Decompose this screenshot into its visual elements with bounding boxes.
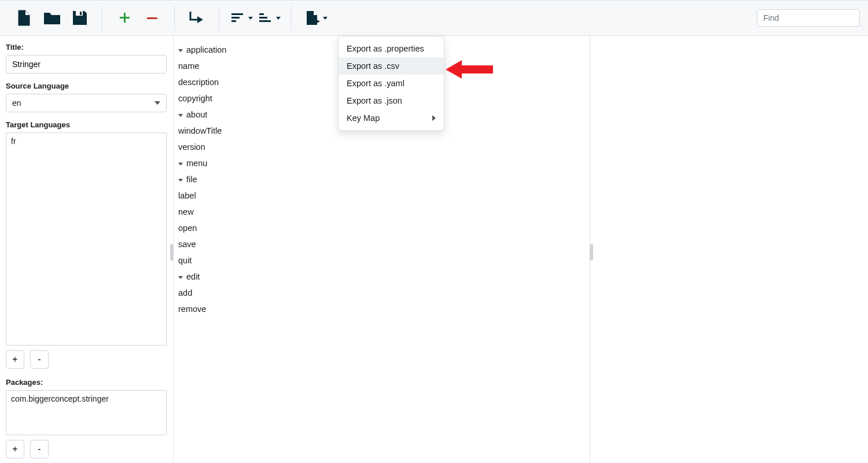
packages-listbox[interactable]: com.biggerconcept.stringer: [6, 390, 167, 435]
export-group: [295, 6, 337, 30]
svg-rect-2: [147, 17, 157, 19]
add-target-lang-button[interactable]: +: [6, 350, 24, 369]
caret-down-icon: [323, 17, 328, 20]
tree-item-label: quit: [178, 256, 192, 265]
dropdown-item-label: Export as .yaml: [347, 79, 404, 88]
tree-item-label: description: [178, 78, 219, 87]
target-lang-listbox[interactable]: fr: [6, 133, 167, 346]
caret-down-icon: [248, 17, 253, 20]
open-folder-button[interactable]: [38, 6, 66, 30]
arrow-head-icon: [446, 60, 462, 79]
toolbar-separator: [219, 6, 219, 30]
toolbar-separator: [174, 6, 175, 30]
caret-down-icon: [178, 163, 183, 166]
remove-package-button[interactable]: -: [30, 440, 49, 458]
tree-item[interactable]: label: [178, 188, 585, 204]
tree-item-label: about: [186, 110, 207, 119]
sort-group: [223, 6, 288, 30]
toolbar-separator: [291, 6, 292, 30]
source-lang-select[interactable]: en: [6, 94, 167, 112]
packages-label: Packages:: [6, 378, 167, 387]
tree-item[interactable]: new: [178, 204, 585, 220]
export-dropdown-button[interactable]: [300, 6, 332, 30]
dropdown-item-label: Export as .csv: [347, 61, 399, 71]
caret-down-icon: [276, 17, 281, 20]
convert-group: [178, 6, 215, 30]
resize-handle[interactable]: [170, 244, 174, 260]
svg-rect-0: [76, 11, 83, 16]
dropdown-item[interactable]: Export as .properties: [339, 40, 444, 57]
toolbar: [0, 0, 868, 36]
dropdown-item-label: Key Map: [347, 113, 380, 123]
sidebar: Title: Source Language en Target Languag…: [0, 36, 174, 463]
arrow-shaft: [462, 65, 493, 74]
chevron-right-icon: [432, 115, 436, 121]
detail-pane: [590, 36, 868, 463]
tree-item[interactable]: remove: [178, 301, 585, 317]
tree-item[interactable]: quit: [178, 252, 585, 269]
svg-rect-3: [231, 13, 243, 15]
toolbar-separator: [102, 6, 102, 30]
add-package-button[interactable]: +: [6, 440, 24, 458]
dropdown-item-label: Export as .properties: [347, 44, 424, 53]
tree-item[interactable]: file: [178, 171, 585, 188]
remove-target-lang-button[interactable]: -: [30, 350, 49, 369]
tree-item-label: new: [178, 207, 194, 216]
annotation-arrow: [446, 60, 493, 79]
list-item[interactable]: com.biggerconcept.stringer: [11, 394, 161, 403]
tree-item[interactable]: version: [178, 139, 585, 155]
svg-rect-5: [231, 20, 236, 22]
dropdown-item[interactable]: Export as .csv: [339, 57, 444, 75]
tree-item[interactable]: save: [178, 236, 585, 252]
tree-item[interactable]: add: [178, 285, 585, 301]
title-label: Title:: [6, 43, 167, 52]
tree-item-label: add: [178, 288, 192, 297]
tree-pane: applicationnamedescriptioncopyrightabout…: [174, 36, 590, 463]
caret-down-icon: [178, 276, 183, 279]
tree-item-label: file: [186, 175, 197, 184]
tree-item[interactable]: edit: [178, 269, 585, 285]
add-button[interactable]: [111, 6, 138, 30]
target-lang-label: Target Languages: [6, 120, 167, 129]
title-input[interactable]: [6, 55, 167, 74]
save-button[interactable]: [66, 6, 94, 30]
list-item[interactable]: fr: [11, 137, 161, 146]
sort-desc-button[interactable]: [227, 6, 255, 30]
tree-item-label: menu: [186, 159, 207, 168]
convert-button[interactable]: [183, 6, 211, 30]
dropdown-item[interactable]: Export as .json: [339, 92, 444, 109]
packages-buttons: + -: [6, 440, 167, 458]
dropdown-item[interactable]: Export as .yaml: [339, 75, 444, 92]
find-input[interactable]: [757, 9, 860, 27]
resize-handle[interactable]: [590, 244, 593, 260]
tree-item-label: open: [178, 223, 197, 233]
remove-button[interactable]: [138, 6, 166, 30]
tree-item-label: edit: [186, 272, 200, 281]
caret-down-icon: [155, 101, 160, 105]
caret-down-icon: [178, 179, 183, 182]
dropdown-item[interactable]: Key Map: [339, 109, 444, 127]
tree-item-label: windowTitle: [178, 126, 222, 135]
main: Title: Source Language en Target Languag…: [0, 36, 868, 463]
tree-item[interactable]: open: [178, 220, 585, 236]
tree-item-label: remove: [178, 304, 206, 314]
svg-rect-1: [80, 12, 82, 15]
new-file-button[interactable]: [10, 6, 38, 30]
dropdown-item-label: Export as .json: [347, 96, 402, 105]
tree-item-label: label: [178, 191, 196, 200]
tree-item-label: name: [178, 61, 199, 71]
svg-rect-4: [231, 17, 240, 19]
tree-item[interactable]: menu: [178, 155, 585, 171]
tree-item-label: copyright: [178, 94, 212, 103]
find-wrap: [757, 9, 862, 27]
svg-rect-8: [259, 20, 271, 22]
target-lang-buttons: + -: [6, 350, 167, 369]
sort-asc-button[interactable]: [255, 6, 283, 30]
source-lang-label: Source Language: [6, 82, 167, 90]
tree-item-label: save: [178, 240, 196, 249]
export-dropdown-menu: Export as .propertiesExport as .csvExpor…: [338, 36, 444, 131]
svg-rect-6: [259, 13, 264, 15]
tree-item-label: version: [178, 142, 205, 152]
source-lang-value: en: [12, 98, 21, 108]
edit-group: [106, 6, 171, 30]
